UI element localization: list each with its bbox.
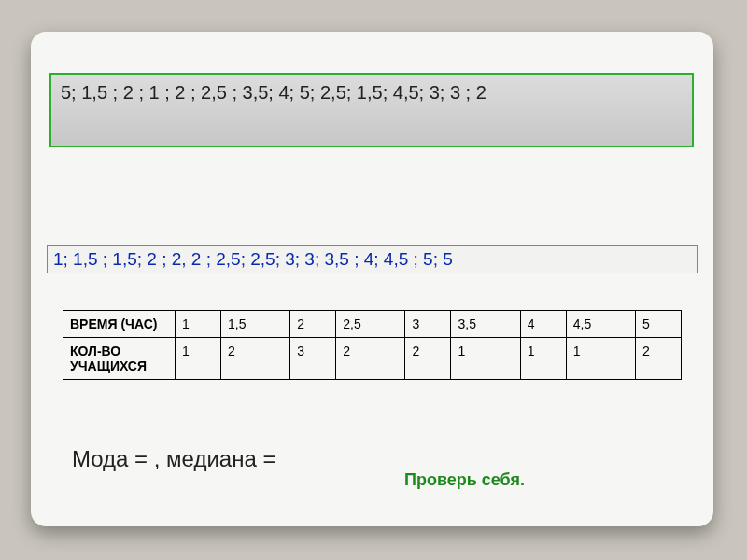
raw-sequence-text: 5; 1,5 ; 2 ; 1 ; 2 ; 2,5 ; 3,5; 4; 5; 2,… [61,82,486,103]
time-cell: 1,5 [221,311,290,338]
time-cell: 1 [176,311,221,338]
row-header-time: ВРЕМЯ (ЧАС) [63,311,176,338]
check-yourself-link[interactable]: Проверь себя. [404,470,525,490]
sorted-sequence-box: 1; 1,5 ; 1,5; 2 ; 2, 2 ; 2,5; 2,5; 3; 3;… [47,245,698,273]
answer-line: Мода = , медиана = [72,446,275,472]
time-cell: 4,5 [566,311,635,338]
frequency-table: ВРЕМЯ (ЧАС) 1 1,5 2 2,5 3 3,5 4 4,5 5 КО… [63,310,682,380]
count-cell: 1 [451,338,520,380]
count-cell: 1 [176,338,221,380]
row-header-count: КОЛ-ВО УЧАЩИХСЯ [63,338,176,380]
count-cell: 2 [405,338,451,380]
count-cell: 2 [336,338,405,380]
time-cell: 4 [520,311,566,338]
table-row: ВРЕМЯ (ЧАС) 1 1,5 2 2,5 3 3,5 4 4,5 5 [63,311,682,338]
count-cell: 2 [221,338,290,380]
time-cell: 5 [635,311,681,338]
count-cell: 1 [520,338,566,380]
time-cell: 2,5 [336,311,405,338]
sorted-sequence-text: 1; 1,5 ; 1,5; 2 ; 2, 2 ; 2,5; 2,5; 3; 3;… [53,249,453,269]
table-row: КОЛ-ВО УЧАЩИХСЯ 1 2 3 2 2 1 1 1 2 [63,338,682,380]
time-cell: 2 [290,311,336,338]
count-cell: 3 [290,338,336,380]
count-cell: 1 [566,338,635,380]
time-cell: 3,5 [451,311,520,338]
count-cell: 2 [635,338,681,380]
raw-sequence-box: 5; 1,5 ; 2 ; 1 ; 2 ; 2,5 ; 3,5; 4; 5; 2,… [49,73,694,147]
slide-card: 5; 1,5 ; 2 ; 1 ; 2 ; 2,5 ; 3,5; 4; 5; 2,… [31,32,713,526]
time-cell: 3 [405,311,451,338]
